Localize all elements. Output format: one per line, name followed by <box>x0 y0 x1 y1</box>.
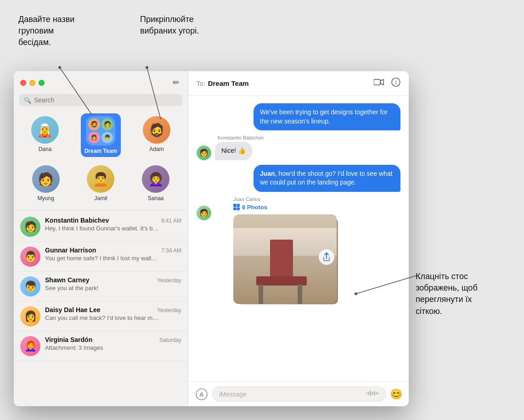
conv-content-virginia: Virginia Sardón Saturday Attachment: 3 I… <box>45 336 181 351</box>
conv-item-shawn[interactable]: 👦 Shawn Carney Yesterday See you at the … <box>14 272 188 302</box>
conv-name-virginia: Virginia Sardón <box>45 336 92 343</box>
conv-name-daisy: Daisy Dal Hae Lee <box>45 306 101 314</box>
app-store-button[interactable]: A <box>195 387 208 401</box>
close-button[interactable] <box>20 80 26 86</box>
avatar-dana: 🧝 <box>31 116 59 144</box>
contact-name-sanaa: Sanaa <box>148 195 164 202</box>
contact-name-jamil: Jamil <box>94 195 107 202</box>
message-sent-2: Juan, how'd the shoot go? I'd love to se… <box>197 165 400 192</box>
svg-rect-15 <box>374 391 375 396</box>
conv-item-daisy[interactable]: 👩 Daisy Dal Hae Lee Yesterday Can you ca… <box>14 302 188 331</box>
svg-rect-17 <box>378 392 378 394</box>
message-photos-juan: 🧑 Juan Carlos 6 Photos <box>197 196 400 306</box>
info-icon[interactable]: i <box>391 78 400 89</box>
message-input[interactable]: iMessage <box>212 386 386 402</box>
video-call-icon[interactable] <box>374 78 384 88</box>
conv-item-virginia[interactable]: 👩‍🦰 Virginia Sardón Saturday Attachment:… <box>14 331 188 361</box>
photos-message: Juan Carlos 6 Photos <box>233 196 339 306</box>
conv-item-gunnar[interactable]: 👨 Gunnar Harrison 7:34 AM You get home s… <box>14 242 188 272</box>
avatar-daisy: 👩 <box>20 306 40 326</box>
avatar-sanaa: 👩‍🦱 <box>142 165 169 193</box>
conv-time-virginia: Saturday <box>159 337 181 343</box>
share-button[interactable] <box>319 249 334 265</box>
conv-content-daisy: Daisy Dal Hae Lee Yesterday Can you call… <box>45 306 181 321</box>
svg-point-5 <box>146 66 148 69</box>
conv-time-konstantin: 9:41 AM <box>161 218 181 224</box>
conv-preview-shawn: See you at the park! <box>45 285 160 291</box>
avatar-konstantin: 🧑 <box>20 217 40 237</box>
conv-item-konstantin[interactable]: 🧑 Konstantin Babichev 9:41 AM Hey, I thi… <box>14 212 188 242</box>
photos-sender-label: Juan Carlos <box>233 196 339 202</box>
photo-stack[interactable] <box>233 214 339 306</box>
maximize-button[interactable] <box>39 80 45 86</box>
search-icon: 🔍 <box>24 97 31 104</box>
conv-name-gunnar: Gunnar Harrison <box>45 246 96 254</box>
pinned-divider <box>14 210 188 210</box>
chat-to-label: To: <box>197 80 205 87</box>
minimize-button[interactable] <box>29 80 35 86</box>
conv-preview-virginia: Attachment: 3 Images <box>45 344 160 351</box>
pinned-contact-adam[interactable]: 🧔 Adam <box>139 113 174 157</box>
photos-count-label[interactable]: 6 Photos <box>233 204 339 211</box>
conv-preview-gunnar: You get home safe? I think I lost my wal… <box>45 255 160 262</box>
svg-rect-16 <box>376 392 377 395</box>
contact-name-dana: Dana <box>39 146 52 152</box>
avatar-dreamteam: 🧔 🧑 👩 👦 <box>86 116 115 146</box>
pinned-contact-jamil[interactable]: 🧑‍🦱 Jamil <box>83 162 118 204</box>
pinned-contact-myung[interactable]: 🧑 Myung <box>28 162 63 204</box>
compose-button[interactable]: ✏ <box>171 77 181 89</box>
svg-rect-12 <box>368 392 369 395</box>
message-sent-1: We've been trying to get designs togethe… <box>197 103 400 130</box>
avatar-adam: 🧔 <box>143 116 170 144</box>
conv-time-shawn: Yesterday <box>157 277 181 284</box>
sidebar: ✏ 🔍 🧝 Dana 🧔 🧑 👩 👦 Dream Team <box>14 71 188 406</box>
avatar-gunnar: 👨 <box>20 246 40 267</box>
contact-name-dreamteam: Dream Team <box>85 148 117 154</box>
bubble-received-konstantin: Nice! 👍 <box>215 142 252 160</box>
conversation-list: 🧑 Konstantin Babichev 9:41 AM Hey, I thi… <box>14 212 188 406</box>
bubble-sent-1: We've been trying to get designs togethe… <box>254 103 400 130</box>
pinned-contact-dreamteam[interactable]: 🧔 🧑 👩 👦 Dream Team <box>81 113 121 157</box>
chat-header: To: Dream Team i <box>188 71 409 96</box>
pinned-contact-dana[interactable]: 🧝 Dana <box>28 113 62 157</box>
svg-point-4 <box>58 66 61 69</box>
search-bar[interactable]: 🔍 <box>19 94 182 106</box>
chat-area: To: Dream Team i <box>188 71 409 406</box>
audio-waveform-icon <box>366 390 379 398</box>
svg-rect-6 <box>374 79 380 85</box>
photos-count-text: 6 Photos <box>242 204 267 211</box>
messages-area: We've been trying to get designs togethe… <box>188 96 409 381</box>
callout-photos: Клацніть стос зображень, щоб переглянути… <box>416 271 478 317</box>
pinned-contacts-row1: 🧝 Dana 🧔 🧑 👩 👦 Dream Team 🧔 Adam <box>14 111 188 162</box>
msg-with-avatar-konstantin: 🧑 Nice! 👍 <box>197 142 252 160</box>
conv-content-gunnar: Gunnar Harrison 7:34 AM You get home saf… <box>45 246 181 262</box>
callout-group-names: Давайте назви груповим бесідам. <box>18 14 74 49</box>
conv-time-daisy: Yesterday <box>157 307 181 314</box>
message-received-konstantin: Konstantin Babichev 🧑 Nice! 👍 <box>197 135 400 160</box>
chat-header-icons: i <box>374 78 400 89</box>
emoji-button[interactable]: 😊 <box>390 388 402 400</box>
conv-content-shawn: Shawn Carney Yesterday See you at the pa… <box>45 276 181 291</box>
msg-with-avatar-juan: 🧑 Juan Carlos 6 Photos <box>197 196 339 306</box>
avatar-msg-konstantin: 🧑 <box>197 146 211 160</box>
avatar-msg-juan: 🧑 <box>197 206 211 220</box>
svg-rect-11 <box>366 392 367 394</box>
svg-text:i: i <box>395 79 397 86</box>
conv-name-konstantin: Konstantin Babichev <box>45 217 109 224</box>
sidebar-header: ✏ <box>14 71 188 92</box>
conv-preview-konstantin: Hey, I think I found Gunnar's wallet. It… <box>45 225 160 232</box>
sender-label-konstantin: Konstantin Babichev <box>218 135 264 140</box>
avatar-shawn: 👦 <box>20 276 40 297</box>
input-placeholder: iMessage <box>219 391 247 398</box>
app-window: ✏ 🔍 🧝 Dana 🧔 🧑 👩 👦 Dream Team <box>14 71 409 406</box>
contact-name-myung: Myung <box>38 195 54 202</box>
svg-rect-13 <box>370 391 371 396</box>
search-input[interactable] <box>34 96 178 104</box>
bubble-sent-2: Juan, how'd the shoot go? I'd love to se… <box>254 165 400 192</box>
contact-name-adam: Adam <box>149 146 163 152</box>
avatar-myung: 🧑 <box>32 165 60 193</box>
avatar-jamil: 🧑‍🦱 <box>87 165 114 193</box>
callout-pin: Прикріплюйте вибраних угорі. <box>140 14 199 37</box>
pinned-contact-sanaa[interactable]: 👩‍🦱 Sanaa <box>138 162 173 204</box>
svg-text:A: A <box>199 391 204 398</box>
